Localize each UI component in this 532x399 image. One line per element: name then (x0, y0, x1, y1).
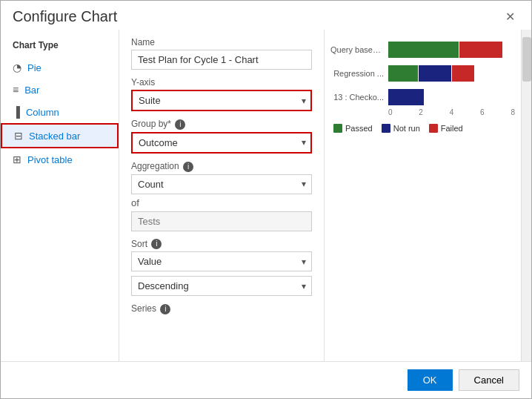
legend-label-failed: Failed (441, 124, 463, 133)
chart-type-pivot-table[interactable]: ⊞ Pivot table (1, 148, 119, 171)
stacked-bar-icon: ⊟ (14, 130, 23, 142)
bar-row-1: Query based... (330, 42, 515, 58)
sort-order-select-wrapper: Descending Ascending (131, 276, 312, 296)
chart-type-stacked-bar-label: Stacked bar (29, 131, 80, 142)
bar-segment-passed-2 (388, 65, 418, 82)
bar-segment-notrun-2 (419, 65, 451, 82)
sort-select[interactable]: Value Label (131, 251, 312, 271)
dialog-title: Configure Chart (13, 8, 117, 25)
legend-label-notrun: Not run (393, 124, 420, 133)
legend-notrun: Not run (382, 124, 420, 133)
bar-label-2: Regression ... (330, 69, 384, 78)
chart-area: Query based... Regression ... (330, 37, 525, 354)
groupby-select-wrapper: Outcome Priority Configuration (131, 132, 312, 154)
legend-dot-notrun (382, 124, 390, 133)
aggregation-select-wrapper: Count Sum (131, 174, 312, 194)
configure-chart-dialog: Configure Chart ✕ Chart Type ◔ Pie ≡ Bar… (0, 0, 532, 399)
config-panel: Name Y-axis Suite Test Case Priority Gro… (119, 30, 324, 361)
x-tick-2: 2 (419, 108, 423, 116)
yaxis-select[interactable]: Suite Test Case Priority (131, 90, 312, 111)
chart-legend: Passed Not run Failed (330, 124, 515, 133)
sort-select-wrapper: Value Label (131, 251, 312, 271)
preview-panel: Query based... Regression ... (324, 30, 531, 361)
chart-bars: Query based... Regression ... (330, 37, 515, 105)
x-axis: 0 2 4 6 8 (388, 108, 515, 116)
legend-failed: Failed (429, 124, 463, 133)
bar-segment-failed-2 (452, 65, 474, 82)
bar-segment-failed-1 (459, 42, 502, 58)
groupby-label: Group by* i (131, 119, 312, 130)
bar-container-2 (388, 65, 515, 82)
x-tick-6: 6 (480, 108, 485, 116)
bar-row-3: 13 : Checko... (330, 89, 515, 105)
legend-dot-passed (333, 124, 342, 133)
column-icon: ▐ (13, 106, 20, 118)
of-input (131, 211, 312, 231)
chart-type-column[interactable]: ▐ Column (1, 101, 119, 123)
groupby-select[interactable]: Outcome Priority Configuration (131, 132, 312, 154)
x-tick-0: 0 (388, 108, 393, 116)
bar-container-1 (388, 42, 515, 58)
x-ticks: 0 2 4 6 8 (388, 108, 515, 116)
cancel-button[interactable]: Cancel (459, 369, 519, 391)
scrollbar[interactable] (521, 30, 531, 361)
pie-icon: ◔ (13, 62, 21, 73)
chart-type-bar-label: Bar (24, 85, 39, 96)
yaxis-select-wrapper: Suite Test Case Priority (131, 90, 312, 111)
x-tick-4: 4 (450, 108, 454, 116)
bar-segment-passed-1 (388, 42, 459, 58)
series-label: Series i (131, 303, 312, 314)
chart-type-pie[interactable]: ◔ Pie (1, 56, 119, 79)
legend-label-passed: Passed (345, 124, 373, 133)
close-button[interactable]: ✕ (501, 8, 519, 25)
sort-order-select[interactable]: Descending Ascending (131, 276, 312, 296)
bar-label-1: Query based... (330, 45, 384, 54)
dialog-footer: OK Cancel (1, 361, 531, 398)
of-label: of (131, 197, 312, 208)
chart-type-label: Chart Type (1, 37, 119, 56)
sort-label: Sort i (131, 239, 312, 250)
scroll-thumb[interactable] (522, 37, 531, 82)
chart-type-bar[interactable]: ≡ Bar (1, 79, 119, 101)
chart-type-column-label: Column (26, 107, 59, 118)
name-input[interactable] (131, 50, 312, 70)
x-tick-8: 8 (511, 108, 515, 116)
aggregation-label: Aggregation i (131, 161, 312, 172)
bar-container-3 (388, 89, 515, 105)
series-info-icon[interactable]: i (160, 304, 170, 314)
name-label: Name (131, 37, 312, 47)
aggregation-select[interactable]: Count Sum (131, 174, 312, 194)
legend-dot-failed (429, 124, 438, 133)
ok-button[interactable]: OK (408, 369, 453, 391)
title-bar: Configure Chart ✕ (1, 1, 531, 30)
bar-segment-notrun-3 (388, 89, 424, 105)
bar-icon: ≡ (13, 84, 19, 96)
chart-type-panel: Chart Type ◔ Pie ≡ Bar ▐ Column ⊟ Stacke… (1, 30, 119, 361)
dialog-body: Chart Type ◔ Pie ≡ Bar ▐ Column ⊟ Stacke… (1, 30, 531, 361)
chart-type-stacked-bar[interactable]: ⊟ Stacked bar (1, 123, 119, 148)
bar-label-3: 13 : Checko... (330, 93, 384, 102)
legend-passed: Passed (333, 124, 373, 133)
aggregation-info-icon[interactable]: i (183, 162, 193, 172)
chart-type-pivot-table-label: Pivot table (27, 154, 73, 165)
sort-info-icon[interactable]: i (151, 239, 162, 249)
pivot-table-icon: ⊞ (13, 154, 21, 165)
yaxis-label: Y-axis (131, 77, 312, 88)
chart-type-pie-label: Pie (27, 62, 41, 73)
groupby-info-icon[interactable]: i (175, 119, 185, 130)
bar-row-2: Regression ... (330, 65, 515, 82)
